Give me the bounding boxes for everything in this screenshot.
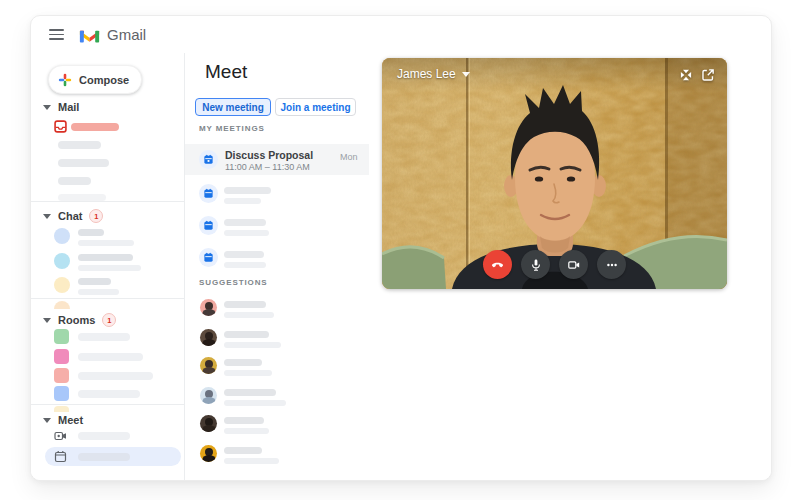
meeting-calendar-icon[interactable] — [199, 216, 218, 235]
avatar[interactable] — [54, 253, 70, 269]
hang-up-button[interactable] — [483, 250, 512, 279]
participant-name-menu[interactable]: James Lee — [397, 67, 470, 81]
app-header: Gmail — [31, 16, 771, 54]
participant-name: James Lee — [397, 67, 456, 81]
suggestions-heading: SUGGESTIONS — [199, 278, 268, 287]
skeleton-bar — [78, 353, 143, 361]
skeleton-bar — [224, 262, 266, 268]
skeleton-bar-inbox — [71, 123, 119, 131]
room-avatar[interactable] — [54, 386, 69, 401]
more-options-button[interactable] — [597, 250, 626, 279]
room-avatar[interactable] — [54, 329, 69, 344]
skeleton-bar — [78, 254, 133, 261]
room-avatar[interactable] — [54, 349, 69, 364]
meeting-calendar-icon — [199, 150, 218, 169]
sidebar-section-rooms[interactable]: Rooms 1 — [43, 313, 116, 327]
video-camera-icon[interactable] — [54, 430, 67, 442]
join-meeting-button[interactable]: Join a meeting — [275, 98, 356, 116]
skeleton-bar — [224, 389, 276, 396]
skeleton-bar — [224, 301, 266, 308]
skeleton-bar — [224, 230, 269, 236]
sidebar-section-mail[interactable]: Mail — [43, 101, 79, 113]
skeleton-bar — [78, 432, 130, 440]
skeleton-bar — [58, 177, 91, 185]
hamburger-menu-icon[interactable] — [49, 29, 64, 40]
sidebar-section-chat[interactable]: Chat 1 — [43, 209, 103, 223]
avatar[interactable] — [54, 228, 70, 244]
section-divider — [31, 404, 184, 405]
avatar[interactable] — [200, 415, 217, 432]
chevron-down-icon — [43, 214, 51, 219]
avatar[interactable] — [200, 445, 217, 462]
gmail-logo-icon — [79, 27, 100, 43]
meeting-calendar-icon[interactable] — [199, 184, 218, 203]
skeleton-bar — [78, 390, 140, 398]
collapse-icon[interactable] — [679, 68, 693, 82]
avatar[interactable] — [200, 357, 217, 374]
avatar[interactable] — [200, 387, 217, 404]
room-avatar[interactable] — [54, 368, 69, 383]
skeleton-bar — [78, 278, 111, 285]
skeleton-bar — [224, 428, 269, 434]
inbox-icon[interactable] — [54, 120, 67, 133]
skeleton-bar — [224, 219, 266, 226]
meeting-day: Mon — [340, 152, 358, 162]
avatar[interactable] — [54, 277, 70, 293]
my-meetings-heading: MY MEETINGS — [199, 124, 265, 133]
skeleton-bar — [224, 251, 264, 258]
skeleton-bar — [78, 333, 130, 341]
skeleton-bar — [224, 312, 274, 318]
skeleton-bar — [224, 417, 264, 424]
sidebar-section-meet[interactable]: Meet — [43, 414, 83, 426]
meet-panel: Meet New meeting Join a meeting MY MEETI… — [185, 53, 771, 480]
avatar[interactable] — [200, 329, 217, 346]
skeleton-bar — [78, 453, 130, 461]
skeleton-bar — [224, 447, 262, 454]
calendar-icon[interactable] — [54, 450, 67, 463]
camera-button[interactable] — [559, 250, 588, 279]
room-avatar-clipped — [54, 406, 69, 412]
microphone-button[interactable] — [521, 250, 550, 279]
skeleton-bar — [58, 141, 101, 149]
gmail-app-window: Gmail Compose Mail — [30, 15, 772, 481]
section-divider — [31, 298, 184, 299]
skeleton-bar — [78, 240, 134, 246]
compose-button[interactable]: Compose — [48, 65, 142, 94]
skeleton-bar — [224, 370, 272, 376]
skeleton-bar — [224, 359, 262, 366]
skeleton-bar — [224, 342, 281, 348]
unread-badge: 1 — [102, 313, 116, 327]
skeleton-bar — [224, 187, 271, 194]
skeleton-bar — [78, 372, 153, 380]
avatar-clipped — [54, 301, 70, 309]
app-name: Gmail — [107, 26, 146, 43]
new-meeting-button[interactable]: New meeting — [195, 98, 271, 116]
open-in-new-icon[interactable] — [701, 68, 715, 82]
skeleton-bar — [58, 159, 109, 167]
page-title: Meet — [205, 61, 247, 83]
skeleton-bar — [224, 400, 286, 406]
chevron-down-icon — [462, 72, 470, 77]
avatar[interactable] — [200, 299, 217, 316]
section-divider — [31, 201, 184, 202]
multicolor-plus-icon — [58, 73, 72, 87]
video-call-window: James Lee — [382, 58, 727, 289]
chevron-down-icon — [43, 318, 51, 323]
meeting-time: 11:00 AM – 11:30 AM — [225, 162, 310, 172]
skeleton-bar — [78, 229, 104, 236]
skeleton-bar — [224, 198, 261, 204]
meeting-title: Discuss Proposal — [225, 149, 313, 161]
skeleton-bar — [78, 289, 119, 295]
meeting-calendar-icon[interactable] — [199, 248, 218, 267]
skeleton-bar — [224, 331, 269, 338]
chevron-down-icon — [43, 105, 51, 110]
call-controls — [382, 250, 727, 279]
skeleton-bar — [224, 458, 279, 464]
skeleton-bar-clipped — [58, 194, 106, 201]
unread-badge: 1 — [89, 209, 103, 223]
skeleton-bar — [78, 265, 141, 271]
sidebar: Compose Mail Chat 1 — [31, 53, 185, 480]
chevron-down-icon — [43, 418, 51, 423]
compose-label: Compose — [79, 74, 129, 86]
